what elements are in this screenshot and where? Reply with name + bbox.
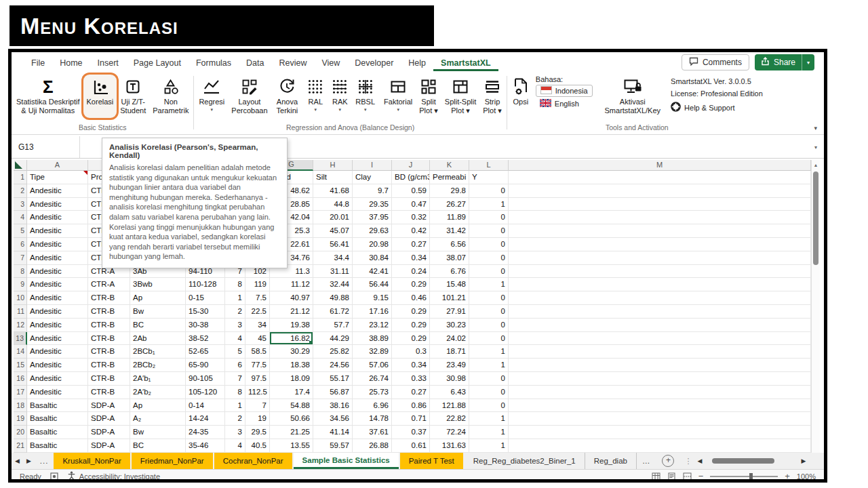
cell-J12[interactable]: 0.29 (392, 319, 430, 332)
cell-L1[interactable]: Y (469, 171, 509, 184)
cell-H5[interactable]: 45.07 (313, 224, 353, 238)
cell-C9[interactable]: 3Bwb (130, 278, 186, 291)
ribbon-tab-home[interactable]: Home (52, 54, 90, 71)
cell-B20[interactable]: SDP-A (88, 426, 130, 439)
cell-L21[interactable]: 1 (469, 439, 509, 453)
col-header-L[interactable]: L (469, 160, 509, 171)
cell-H6[interactable]: 56.41 (313, 238, 353, 251)
cell-G17[interactable]: 17.4 (270, 386, 313, 399)
cell-K9[interactable]: 15.48 (430, 278, 469, 291)
sheet-tab-cochran-nonpar[interactable]: Cochran_NonPar (214, 453, 292, 469)
cell-K13[interactable]: 24.02 (430, 332, 469, 346)
cell-H12[interactable]: 57.7 (313, 319, 353, 332)
zoom-slider-thumb[interactable] (749, 473, 753, 480)
cell-I1[interactable]: Clay (353, 171, 392, 184)
cell-B13[interactable]: CTR-B (88, 332, 130, 346)
cell-J2[interactable]: 0.59 (392, 184, 430, 198)
vertical-scroll-thumb[interactable] (813, 171, 818, 265)
strip-plot-button[interactable]: StripPlot ▾ (479, 75, 505, 118)
cell-K12[interactable]: 30.23 (430, 319, 469, 332)
cell-D20[interactable]: 24-35 (186, 426, 225, 439)
anova-terkini-button[interactable]: AnovaTerkini (273, 75, 302, 118)
cell-L17[interactable]: 0 (469, 386, 509, 399)
cell-C17[interactable]: 2A′b₂ (130, 386, 186, 399)
cell-G13[interactable]: 16.82 (270, 332, 313, 346)
cell-E16[interactable]: 7 (225, 372, 245, 386)
ribbon-tab-smartstatxl[interactable]: SmartstatXL (433, 54, 498, 71)
cell-B16[interactable]: CTR-B (88, 372, 130, 386)
cell-D19[interactable]: 14-24 (186, 412, 225, 426)
cell-I4[interactable]: 37.95 (353, 211, 392, 224)
cell-L3[interactable]: 1 (469, 198, 509, 211)
cell-M3[interactable] (509, 198, 811, 211)
cell-G19[interactable]: 50.66 (270, 412, 313, 426)
sheet-tab-paired-t-test[interactable]: Paired T Test (400, 453, 463, 469)
ribbon-tab-view[interactable]: View (314, 54, 347, 71)
cell-F12[interactable]: 34 (245, 319, 270, 332)
cell-D16[interactable]: 90-105 (186, 372, 225, 386)
cell-G12[interactable]: 19.38 (270, 319, 313, 332)
sheet-nav-left-icon[interactable]: ◀ (12, 453, 23, 469)
cell-M16[interactable] (509, 372, 811, 386)
cell-A16[interactable]: Andesitic (27, 372, 88, 386)
split-split-plot-button[interactable]: Split-SplitPlot ▾ (441, 75, 479, 118)
cell-I10[interactable]: 9.15 (353, 291, 392, 305)
share-dropdown-caret[interactable]: ▾ (802, 54, 814, 70)
cell-C11[interactable]: Bw (130, 305, 186, 319)
cell-H19[interactable]: 34.56 (313, 412, 353, 426)
cell-M10[interactable] (509, 291, 811, 305)
cell-A13[interactable]: Andesitic (27, 332, 88, 346)
cell-J10[interactable]: 0.46 (392, 291, 430, 305)
sheet-tab-reg-reg-diabetes2-biner-1[interactable]: Reg_Reg_diabetes2_Biner_1 (465, 453, 585, 469)
cell-K20[interactable]: 72.24 (430, 426, 469, 439)
cell-J5[interactable]: 0.42 (392, 224, 430, 238)
sheet-tab-friedman-nonpar[interactable]: Friedman_NonPar (132, 453, 213, 469)
ral-button[interactable]: RAL▾ (303, 75, 328, 118)
cell-G15[interactable]: 18.38 (270, 359, 313, 372)
cell-F13[interactable]: 45 (245, 332, 270, 346)
cell-F16[interactable]: 97.5 (245, 372, 270, 386)
cell-E17[interactable]: 8 (225, 386, 245, 399)
col-header-M[interactable]: M (509, 160, 811, 171)
cell-D17[interactable]: 105-120 (186, 386, 225, 399)
cell-M6[interactable] (509, 238, 811, 251)
cell-K10[interactable]: 101.21 (430, 291, 469, 305)
row-header-4[interactable]: 4 (14, 211, 27, 224)
cell-H9[interactable]: 32.44 (313, 278, 353, 291)
cell-K19[interactable]: 22.82 (430, 412, 469, 426)
scroll-up-icon[interactable]: ▲ (812, 160, 820, 170)
comments-button[interactable]: Comments (682, 54, 749, 70)
cell-A15[interactable]: Andesitic (27, 359, 88, 372)
cell-J21[interactable]: 0.61 (392, 439, 430, 453)
cell-K11[interactable]: 27.91 (430, 305, 469, 319)
cell-A5[interactable]: Andesitic (27, 224, 88, 238)
cell-H2[interactable]: 41.68 (313, 184, 353, 198)
zoom-out-button[interactable]: − (698, 471, 704, 481)
cell-M7[interactable] (509, 251, 811, 265)
ribbon-tab-help[interactable]: Help (401, 54, 433, 71)
sheet-nav-right-icon[interactable]: ▶ (23, 453, 35, 469)
cell-F17[interactable]: 112.5 (245, 386, 270, 399)
cell-M8[interactable] (509, 265, 811, 279)
cell-L9[interactable]: 1 (469, 278, 509, 291)
cell-J9[interactable]: 0.29 (392, 278, 430, 291)
cell-F21[interactable]: 40.5 (245, 439, 270, 453)
cell-J7[interactable]: 0.34 (392, 251, 430, 265)
rak-button[interactable]: RAK▾ (328, 75, 352, 118)
cell-I15[interactable]: 57.06 (353, 359, 392, 372)
cell-I2[interactable]: 9.7 (353, 184, 392, 198)
cell-A9[interactable]: Andesitic (27, 278, 88, 291)
cell-B18[interactable]: SDP-A (88, 399, 130, 413)
cell-A7[interactable]: Andesitic (27, 251, 88, 265)
cell-G21[interactable]: 13.55 (270, 439, 313, 453)
cell-L18[interactable]: 0 (469, 399, 509, 413)
cell-A11[interactable]: Andesitic (27, 305, 88, 319)
row-header-14[interactable]: 14 (14, 345, 27, 359)
cell-A1[interactable]: Tipe (27, 171, 88, 184)
cell-M17[interactable] (509, 386, 811, 399)
row-header-21[interactable]: 21 (14, 439, 27, 453)
ribbon-tab-page-layout[interactable]: Page Layout (126, 54, 189, 71)
row-header-15[interactable]: 15 (14, 359, 27, 372)
row-header-1[interactable]: 1 (14, 171, 27, 184)
row-header-9[interactable]: 9 (14, 278, 27, 291)
